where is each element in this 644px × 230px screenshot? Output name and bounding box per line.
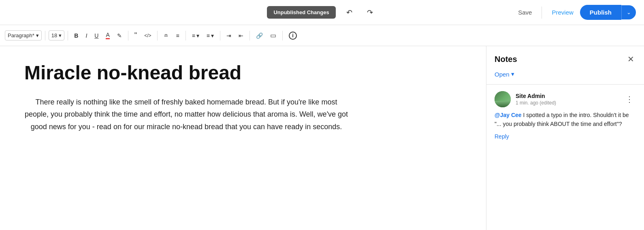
code-icon: </>: [144, 33, 151, 38]
avatar-image: [495, 91, 511, 107]
paragraph-style-select[interactable]: Paragraph* ▾: [5, 30, 42, 40]
bold-button[interactable]: B: [71, 30, 81, 41]
indent-left-button[interactable]: ⇤: [236, 30, 246, 41]
top-bar-actions: Save Preview Publish ⌄: [512, 5, 636, 20]
save-button[interactable]: Save: [512, 6, 538, 19]
note-author-details: Site Admin 1 min. ago (edited): [516, 93, 556, 106]
bold-icon: B: [74, 32, 78, 39]
note-timestamp: 1 min. ago (edited): [516, 100, 556, 106]
text-color-icon: A: [106, 32, 109, 39]
chevron-down-icon: ▾: [511, 70, 514, 78]
underline-button[interactable]: U: [92, 30, 101, 41]
editor-area[interactable]: Miracle no-knead bread There really is n…: [0, 46, 486, 230]
redo-button[interactable]: ↷: [363, 5, 377, 20]
notes-panel: Notes ✕ Open ▾ Site Admin 1 min. ago (ed…: [486, 46, 644, 230]
text-align-button[interactable]: ≡ ▾: [189, 30, 202, 41]
note-more-button[interactable]: ⋮: [624, 93, 636, 106]
ordered-list-button[interactable]: ≐: [161, 30, 171, 41]
eraser-icon: ✎: [117, 32, 122, 39]
blockquote-button[interactable]: ": [132, 29, 140, 42]
note-author-name: Site Admin: [516, 93, 556, 99]
info-button[interactable]: i: [286, 30, 300, 42]
indent-left-icon: ⇤: [239, 32, 243, 39]
toolbar-separator: [220, 31, 220, 40]
publish-btn-group: Publish ⌄: [580, 5, 636, 20]
code-button[interactable]: </>: [141, 31, 154, 40]
indent-right-button[interactable]: ⇥: [224, 30, 234, 41]
italic-button[interactable]: I: [83, 30, 90, 41]
link-icon: 🔗: [256, 32, 263, 39]
note-author-info: Site Admin 1 min. ago (edited): [495, 91, 556, 107]
embed-button[interactable]: ▭: [267, 30, 279, 41]
divider: [542, 6, 542, 19]
align-icon: ≡: [192, 32, 195, 39]
notes-divider: [486, 84, 644, 85]
toolbar-separator: [186, 31, 186, 40]
note-content: @Jay Cee I spotted a typo in the intro. …: [495, 111, 636, 129]
ordered-list-icon: ≐: [164, 32, 168, 39]
chevron-down-icon: ▾: [59, 32, 62, 38]
note-meta: Site Admin 1 min. ago (edited) ⋮: [495, 91, 636, 107]
undo-button[interactable]: ↶: [342, 5, 356, 20]
chevron-down-icon: ▾: [36, 32, 39, 38]
formatting-toolbar: Paragraph* ▾ 18 ▾ B I U A ✎ " </> ≐ ≡ ≡ …: [0, 25, 644, 46]
chevron-down-icon: ▾: [211, 32, 214, 39]
toolbar-separator: [157, 31, 158, 40]
italic-icon: I: [85, 32, 87, 39]
avatar: [495, 91, 511, 107]
quote-icon: ": [134, 31, 137, 40]
note-mention: @Jay Cee: [495, 112, 522, 118]
indent-right-icon: ⇥: [226, 32, 231, 39]
notes-filter-dropdown[interactable]: Open ▾: [495, 70, 514, 78]
toolbar-separator: [128, 31, 128, 40]
clear-format-button[interactable]: ✎: [114, 30, 125, 41]
note-item: Site Admin 1 min. ago (edited) ⋮ @Jay Ce…: [486, 91, 644, 147]
text-color-button[interactable]: A: [103, 30, 112, 41]
article-body: There really is nothing like the smell o…: [24, 96, 348, 133]
notes-filter-label: Open: [495, 71, 510, 78]
toolbar-separator: [68, 31, 68, 40]
toolbar-separator: [249, 31, 250, 40]
toolbar-separator: [45, 31, 45, 40]
embed-icon: ▭: [270, 32, 276, 39]
underline-icon: U: [94, 32, 98, 39]
main-layout: Miracle no-knead bread There really is n…: [0, 46, 644, 230]
publish-button[interactable]: Publish: [580, 5, 621, 20]
top-bar: Unpublished Changes ↶ ↷ Save Preview Pub…: [0, 0, 644, 25]
notes-title: Notes: [495, 55, 517, 64]
article-title: Miracle no-knead bread: [24, 62, 462, 84]
toolbar-separator: [282, 31, 283, 40]
notes-close-button[interactable]: ✕: [626, 53, 636, 66]
publish-dropdown-button[interactable]: ⌄: [621, 5, 636, 19]
reply-button[interactable]: Reply: [495, 133, 509, 140]
link-button[interactable]: 🔗: [253, 30, 266, 41]
line-height-icon: ≡: [207, 32, 210, 39]
unordered-list-icon: ≡: [176, 32, 179, 39]
line-height-button[interactable]: ≡ ▾: [204, 30, 217, 41]
top-bar-center: Unpublished Changes ↶ ↷: [267, 5, 377, 20]
chevron-down-icon: ▾: [196, 32, 199, 39]
preview-button[interactable]: Preview: [545, 6, 580, 19]
info-icon: i: [289, 32, 297, 40]
notes-header: Notes ✕: [486, 46, 644, 69]
font-size-select[interactable]: 18 ▾: [49, 30, 64, 40]
unpublished-badge: Unpublished Changes: [267, 6, 335, 19]
unordered-list-button[interactable]: ≡: [173, 30, 182, 41]
notes-filter: Open ▾: [486, 69, 644, 84]
